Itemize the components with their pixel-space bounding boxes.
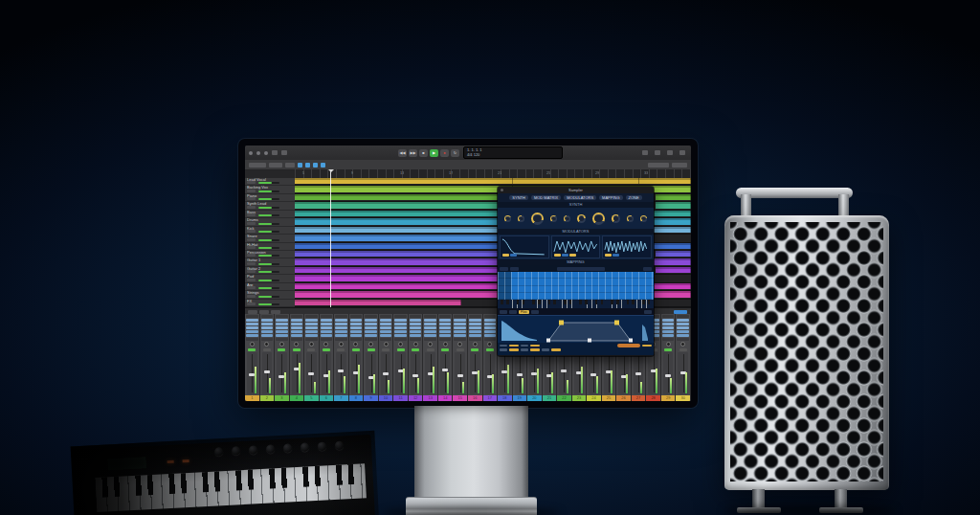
track-header[interactable]: Strings: [245, 291, 295, 299]
send-slot[interactable]: [394, 330, 407, 333]
io-slot[interactable]: [424, 315, 436, 318]
channel-color-label[interactable]: 26: [616, 395, 631, 401]
param-value[interactable]: [509, 345, 519, 347]
send-slot[interactable]: [469, 334, 481, 337]
channel-color-label[interactable]: 9: [364, 395, 378, 401]
pan-knob[interactable]: [454, 342, 466, 347]
channel-color-label[interactable]: 11: [393, 395, 408, 401]
playhead[interactable]: [330, 169, 331, 307]
track-header[interactable]: Arp: [245, 283, 295, 291]
channel-fader[interactable]: [425, 352, 435, 394]
mute-solo-buttons[interactable]: [247, 230, 256, 233]
mute-solo-buttons[interactable]: [247, 190, 256, 192]
output-slot[interactable]: [291, 338, 303, 341]
amp-envelope-panel[interactable]: [500, 235, 549, 258]
channel-fader[interactable]: [470, 352, 480, 394]
mixer-channel-strip[interactable]: 15: [453, 314, 468, 401]
io-slot[interactable]: [350, 315, 363, 318]
io-slot[interactable]: [677, 315, 689, 318]
zoom-sliders[interactable]: [672, 163, 687, 168]
track-volume-slider[interactable]: [258, 182, 279, 184]
insert-slot[interactable]: [469, 319, 481, 322]
io-slot[interactable]: [276, 315, 288, 318]
insert-slot[interactable]: [305, 323, 318, 325]
param-value[interactable]: [642, 345, 652, 347]
audio-region[interactable]: [295, 291, 513, 297]
insert-slot[interactable]: [276, 323, 288, 325]
lfo-chip[interactable]: [612, 254, 619, 257]
mixer-channel-strip[interactable]: 16: [468, 314, 483, 401]
mute-solo-buttons[interactable]: [247, 254, 256, 257]
io-slot[interactable]: [305, 315, 318, 318]
channel-fader[interactable]: [559, 352, 569, 394]
send-slot[interactable]: [305, 330, 318, 333]
insert-slot[interactable]: [246, 323, 258, 325]
send-slot[interactable]: [261, 330, 274, 333]
insert-slot[interactable]: [380, 319, 392, 322]
audio-region[interactable]: [656, 202, 691, 208]
audio-region[interactable]: [656, 267, 691, 273]
channel-fader[interactable]: [500, 352, 510, 394]
zone-option-chip[interactable]: [509, 310, 517, 314]
pan-knob[interactable]: [246, 342, 258, 347]
fader-cap[interactable]: [457, 374, 463, 377]
send-slot[interactable]: [246, 334, 258, 337]
track-header[interactable]: Guitar 1: [245, 258, 295, 266]
track-volume-slider[interactable]: [258, 280, 279, 281]
io-slot[interactable]: [261, 315, 274, 318]
channel-fader[interactable]: [663, 352, 674, 394]
forward-button[interactable]: ▶▶: [409, 149, 417, 157]
send-slot[interactable]: [677, 334, 689, 337]
output-slot[interactable]: [380, 338, 392, 341]
send-slot[interactable]: [394, 334, 407, 337]
channel-color-label[interactable]: 18: [498, 395, 512, 401]
synth-knob[interactable]: [531, 213, 544, 225]
io-slot[interactable]: [454, 315, 466, 318]
record-enable-button[interactable]: [424, 348, 436, 351]
env-chip[interactable]: [502, 254, 509, 257]
mixer-channel-strip[interactable]: 30: [676, 314, 691, 401]
output-slot[interactable]: [321, 338, 333, 341]
send-slot[interactable]: [662, 330, 675, 333]
plugin-tab-modulators[interactable]: MODULATORS: [564, 195, 596, 200]
record-enable-button[interactable]: [469, 348, 481, 351]
channel-fader[interactable]: [351, 352, 362, 394]
insert-slot[interactable]: [261, 323, 274, 325]
send-slot[interactable]: [305, 334, 318, 337]
channel-color-label[interactable]: 12: [409, 395, 423, 401]
output-slot[interactable]: [677, 338, 689, 341]
param-value[interactable]: [530, 345, 540, 347]
insert-slot[interactable]: [469, 326, 481, 329]
io-slot[interactable]: [291, 315, 303, 318]
channel-fader[interactable]: [292, 352, 302, 394]
output-slot[interactable]: [662, 338, 675, 341]
env-chip[interactable]: [510, 254, 517, 257]
channel-fader[interactable]: [634, 352, 644, 394]
mixer-channel-strip[interactable]: 5: [304, 314, 320, 401]
channel-color-label[interactable]: 13: [423, 395, 437, 401]
plugin-tab-mod-matrix[interactable]: MOD MATRIX: [531, 195, 561, 200]
output-slot[interactable]: [394, 338, 407, 341]
mapping-view-button[interactable]: [500, 267, 508, 271]
insert-slot[interactable]: [469, 323, 481, 325]
channel-color-label[interactable]: 27: [632, 395, 646, 401]
synth-knob[interactable]: [550, 215, 557, 222]
mixer-channel-strip[interactable]: 9: [364, 314, 379, 401]
mixer-channel-strip[interactable]: 7: [334, 314, 349, 401]
io-slot[interactable]: [246, 315, 258, 318]
channel-color-label[interactable]: 30: [676, 395, 690, 401]
channel-color-label[interactable]: 3: [275, 395, 289, 401]
audio-region[interactable]: [295, 218, 513, 224]
audio-region[interactable]: [295, 211, 513, 216]
insert-slot[interactable]: [335, 326, 347, 329]
insert-slot[interactable]: [276, 326, 288, 329]
insert-slot[interactable]: [380, 326, 392, 329]
io-slot[interactable]: [439, 315, 452, 318]
param-value[interactable]: [530, 348, 540, 351]
track-header[interactable]: Snare: [245, 235, 295, 242]
insert-slot[interactable]: [662, 326, 675, 329]
record-enable-button[interactable]: [291, 348, 303, 351]
audio-region[interactable]: [295, 300, 461, 305]
record-enable-button[interactable]: [454, 348, 466, 351]
mapping-edit-button[interactable]: [510, 267, 519, 271]
